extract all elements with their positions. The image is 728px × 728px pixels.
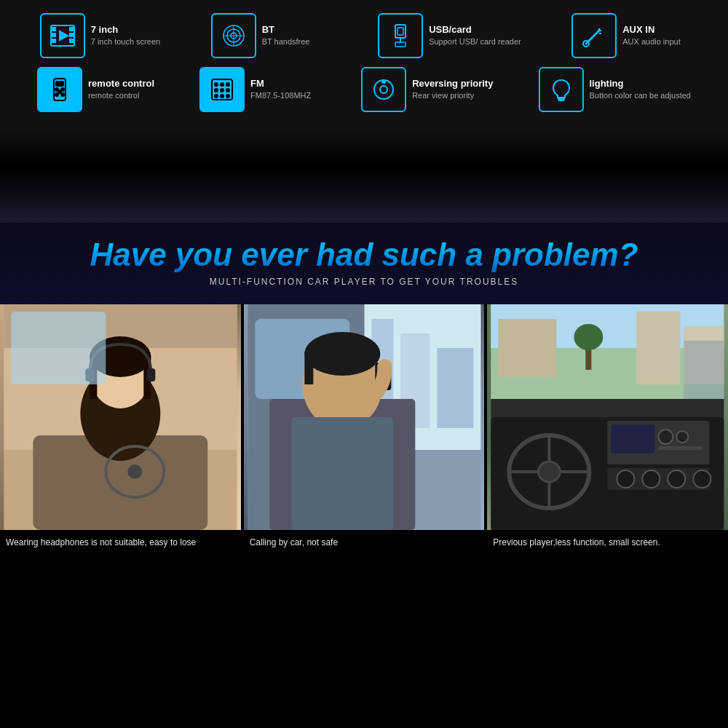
svg-point-34 — [221, 89, 223, 92]
remote-text: remote control remote control — [88, 78, 154, 100]
svg-point-38 — [226, 95, 229, 98]
page-wrapper: 7 inch 7 inch touch screen BT — [0, 0, 728, 728]
svg-point-97 — [668, 470, 686, 488]
aux-text: AUX IN AUX audio input — [622, 24, 681, 47]
svg-point-25 — [61, 88, 64, 91]
usb-text: USB/card Support USB/ card reader — [429, 24, 521, 47]
feature-remote: remote control remote control — [37, 67, 154, 112]
fm-subtitle: FM87.5-108MHZ — [250, 90, 311, 100]
svg-rect-69 — [304, 352, 313, 384]
lighting-title: lighting — [590, 78, 691, 90]
usb-title: USB/card — [429, 24, 521, 36]
features-section: 7 inch 7 inch touch screen BT — [0, 0, 728, 128]
aux-icon — [580, 22, 608, 50]
headphones-scene — [0, 304, 241, 530]
svg-point-32 — [226, 83, 229, 86]
reversing-subtitle: Rear view priority — [412, 90, 493, 100]
feature-usb: USB/card Support USB/ card reader — [378, 13, 521, 58]
svg-rect-2 — [51, 33, 55, 36]
feature-lighting: lighting Button color can be adjusted — [539, 67, 691, 112]
bt-title: BT — [262, 24, 310, 36]
lighting-text: lighting Button color can be adjusted — [590, 78, 691, 100]
svg-point-91 — [659, 430, 673, 444]
caption-player: Previous player,less function, small scr… — [487, 530, 728, 555]
seven-inch-text: 7 inch 7 inch touch screen — [91, 24, 160, 47]
svg-point-36 — [215, 95, 218, 98]
svg-point-92 — [677, 431, 689, 443]
svg-rect-90 — [612, 424, 655, 454]
aux-title: AUX IN — [622, 24, 681, 36]
feature-reversing: Reversing priority Rear view priority — [361, 67, 493, 112]
bt-icon-box — [211, 13, 256, 58]
photo-player — [487, 304, 728, 530]
svg-rect-63 — [437, 348, 473, 428]
svg-point-68 — [304, 332, 380, 376]
middle-section — [0, 128, 728, 223]
svg-rect-99 — [684, 341, 724, 399]
calling-scene — [244, 304, 485, 530]
bt-subtitle: BT handsfree — [262, 36, 310, 47]
problem-section: Have you ever had such a problem? MULTI-… — [0, 223, 728, 304]
fm-title: FM — [250, 78, 311, 90]
svg-point-98 — [694, 470, 711, 488]
problem-heading: Have you ever had such a problem? — [15, 237, 713, 272]
usb-icon — [387, 22, 414, 50]
svg-point-84 — [539, 462, 561, 482]
bt-icon — [220, 22, 248, 50]
caption-headphones: Wearing headphones is not suitable, easy… — [0, 530, 241, 555]
svg-point-40 — [380, 86, 387, 93]
svg-point-30 — [215, 83, 218, 86]
svg-point-37 — [221, 95, 223, 98]
feature-seven-inch: 7 inch 7 inch touch screen — [40, 13, 160, 58]
svg-point-24 — [55, 88, 58, 91]
problem-subheading: MULTI-FUNCTION CAR PLAYER TO GET YOUR TR… — [15, 277, 713, 287]
svg-rect-16 — [395, 42, 405, 47]
svg-point-31 — [221, 83, 223, 86]
svg-rect-4 — [70, 28, 74, 31]
svg-rect-6 — [70, 39, 74, 42]
svg-rect-72 — [291, 417, 393, 530]
svg-rect-1 — [51, 28, 55, 31]
reversing-title: Reversing priority — [412, 78, 493, 90]
svg-rect-14 — [397, 28, 403, 35]
svg-rect-3 — [51, 39, 55, 42]
svg-point-27 — [61, 93, 64, 96]
lighting-icon-box — [539, 67, 584, 112]
svg-rect-54 — [146, 368, 155, 381]
photo-headphones — [0, 304, 241, 530]
features-row-1: 7 inch 7 inch touch screen BT — [15, 13, 713, 58]
photo-strip — [0, 304, 728, 530]
svg-point-95 — [617, 470, 635, 488]
bottom-captions: Wearing headphones is not suitable, easy… — [0, 530, 728, 555]
aux-subtitle: AUX audio input — [622, 36, 681, 47]
fm-icon — [208, 76, 236, 103]
fm-text: FM FM87.5-108MHZ — [250, 78, 311, 100]
photo-calling — [244, 304, 485, 530]
svg-rect-93 — [659, 446, 703, 450]
film-icon — [49, 22, 76, 50]
remote-title: remote control — [88, 78, 154, 90]
remote-icon — [46, 76, 74, 103]
remote-icon-box — [37, 67, 82, 112]
seven-inch-subtitle: 7 inch touch screen — [91, 36, 160, 47]
svg-point-33 — [215, 89, 218, 92]
feature-bt: BT BT handsfree — [211, 13, 328, 58]
light-icon — [547, 76, 575, 103]
svg-point-26 — [55, 93, 58, 96]
svg-rect-57 — [11, 312, 106, 384]
feature-fm: FM FM87.5-108MHZ — [199, 67, 316, 112]
camera-icon — [370, 76, 397, 103]
svg-rect-76 — [637, 312, 681, 384]
caption-calling: Calling by car, not safe — [244, 530, 485, 555]
aux-icon-box — [571, 13, 617, 58]
usb-subtitle: Support USB/ card reader — [429, 36, 521, 47]
svg-point-56 — [127, 464, 142, 479]
lighting-subtitle: Button color can be adjusted — [590, 90, 691, 100]
remote-subtitle: remote control — [88, 90, 154, 100]
dashboard-scene — [487, 304, 728, 530]
svg-rect-23 — [56, 82, 63, 86]
reversing-icon-box — [361, 67, 406, 112]
bt-text: BT BT handsfree — [262, 24, 310, 47]
svg-point-96 — [643, 470, 660, 488]
seven-inch-title: 7 inch — [91, 24, 160, 36]
